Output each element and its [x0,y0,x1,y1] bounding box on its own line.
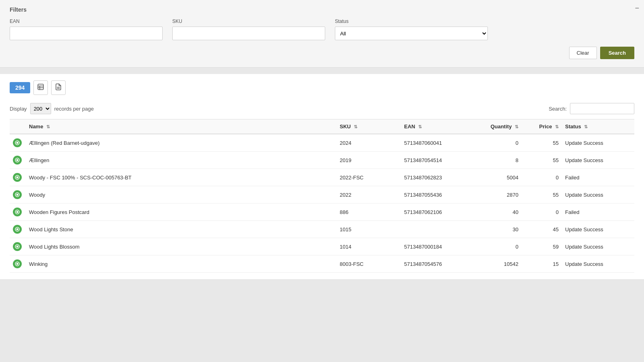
row-price: 55 [522,134,562,152]
table-row: Wood Lights Blossom 1014 5713487000184 0… [10,238,634,255]
col-ean: EAN ⇅ [401,119,473,134]
row-sku: 886 [336,204,401,221]
search-label: Search: [549,106,567,112]
status-select[interactable]: All Update Success Failed [335,27,488,40]
row-status-icon-cell [10,255,26,273]
ean-input[interactable] [10,27,163,40]
export-pdf-button[interactable] [51,80,66,95]
display-label: Display [10,106,27,112]
row-status-icon[interactable] [13,208,22,216]
row-quantity: 0 [473,238,522,255]
clear-button[interactable]: Clear [569,47,597,59]
table-row: Woody - FSC 100% - SCS-COC-005763-BT 202… [10,169,634,186]
pagination-left: Display 10 25 50 100 200 records per pag… [10,103,94,114]
sort-sku-icon[interactable]: ⇅ [354,124,357,130]
row-price: 15 [522,255,562,273]
row-sku: 8003-FSC [336,255,401,273]
table-body: Ællingen (Red Barnet-udgave) 2024 571348… [10,134,634,273]
records-label: records per page [54,106,94,112]
row-ean: 5713487062823 [401,169,473,186]
row-status-icon-cell [10,204,26,221]
toolbar: 294 [10,80,634,95]
svg-point-15 [17,211,19,213]
col-sku: SKU ⇅ [336,119,401,134]
row-ean: 5713487054576 [401,255,473,273]
row-quantity: 40 [473,204,522,221]
row-price: 0 [522,204,562,221]
row-sku: 2019 [336,152,401,169]
col-quantity: Quantity ⇅ [473,119,522,134]
row-status-icon[interactable] [13,156,22,165]
sort-quantity-icon[interactable]: ⇅ [515,124,518,130]
row-status: Update Success [562,255,634,273]
row-status: Update Success [562,238,634,255]
row-quantity: 5004 [473,169,522,186]
row-ean: 5713487062106 [401,204,473,221]
filters-panel: Filters − EAN SKU Status All Update Succ… [0,0,644,68]
sort-price-icon[interactable]: ⇅ [555,124,559,130]
products-table: Name ⇅ SKU ⇅ EAN ⇅ Quantity ⇅ Price ⇅ [10,119,634,273]
row-ean: 5713487054514 [401,152,473,169]
per-page-select[interactable]: 10 25 50 100 200 [30,103,51,114]
export-csv-button[interactable] [33,80,48,95]
main-content: 294 Dis [0,74,644,279]
row-price: 0 [522,169,562,186]
row-name: Wood Lights Blossom [26,238,336,255]
ean-filter-group: EAN [10,19,163,40]
row-name: Winking [26,255,336,273]
row-name: Wooden Figures Postcard [26,204,336,221]
pagination-right: Search: [549,103,634,114]
svg-point-7 [17,142,19,144]
sort-name-icon[interactable]: ⇅ [46,124,50,130]
row-price: 59 [522,238,562,255]
row-name: Ællingen [26,152,336,169]
row-sku: 2022-FSC [336,169,401,186]
sku-input[interactable] [172,27,325,40]
search-button[interactable]: Search [600,47,634,59]
filters-row: EAN SKU Status All Update Success Failed [10,19,634,40]
row-status-icon[interactable] [13,138,22,147]
svg-point-13 [17,194,19,196]
row-status-icon-cell [10,221,26,238]
row-name: Wood Lights Stone [26,221,336,238]
col-status: Status ⇅ [562,119,634,134]
row-status-icon[interactable] [13,173,22,182]
row-name: Woody [26,186,336,204]
collapse-button[interactable]: − [635,4,639,12]
table-row: Winking 8003-FSC 5713487054576 10542 15 … [10,255,634,273]
sku-label: SKU [172,19,325,24]
sku-filter-group: SKU [172,19,325,40]
filters-title: Filters [10,6,634,13]
row-sku: 1014 [336,238,401,255]
sort-ean-icon[interactable]: ⇅ [418,124,422,130]
row-quantity: 8 [473,152,522,169]
table-row: Ællingen 2019 5713487054514 8 55 Update … [10,152,634,169]
row-status-icon-cell [10,134,26,152]
row-status-icon[interactable] [13,242,22,251]
status-filter-group: Status All Update Success Failed [335,19,488,40]
row-ean: 5713487055436 [401,186,473,204]
col-price: Price ⇅ [522,119,562,134]
ean-label: EAN [10,19,163,24]
sort-status-icon[interactable]: ⇅ [584,124,588,130]
table-search-input[interactable] [570,103,634,114]
svg-point-11 [17,177,19,179]
pagination-row: Display 10 25 50 100 200 records per pag… [10,103,634,114]
row-status-icon[interactable] [13,259,22,268]
row-ean: 5713487000184 [401,238,473,255]
row-name: Ællingen (Red Barnet-udgave) [26,134,336,152]
row-sku: 1015 [336,221,401,238]
row-status: Update Success [562,221,634,238]
table-header: Name ⇅ SKU ⇅ EAN ⇅ Quantity ⇅ Price ⇅ [10,119,634,134]
row-status: Update Success [562,134,634,152]
row-status: Failed [562,204,634,221]
row-price: 55 [522,186,562,204]
svg-point-17 [17,228,19,230]
row-status-icon[interactable] [13,225,22,234]
row-ean [401,221,473,238]
table-row: Ællingen (Red Barnet-udgave) 2024 571348… [10,134,634,152]
row-status-icon[interactable] [13,190,22,199]
row-quantity: 2870 [473,186,522,204]
row-quantity: 30 [473,221,522,238]
svg-rect-0 [38,84,44,90]
